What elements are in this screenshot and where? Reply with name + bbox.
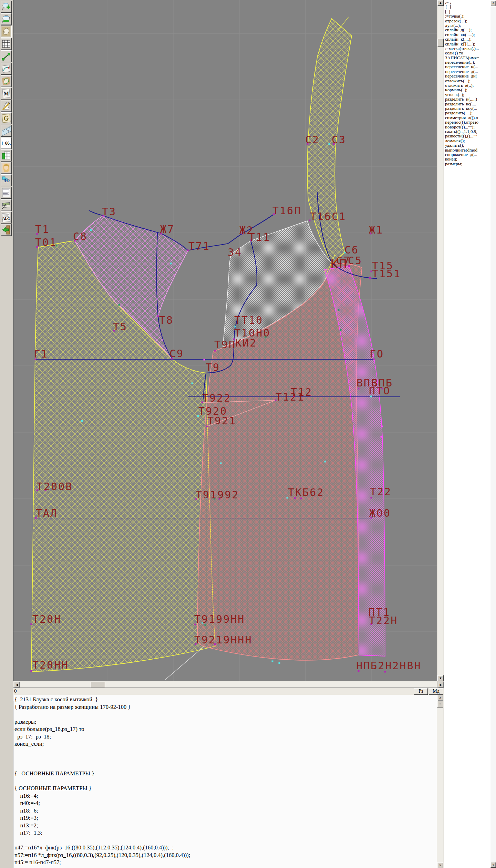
command-item[interactable]: сжать(()..,1.1,0.9, — [444, 129, 490, 134]
command-item[interactable]: симметрия л(().о — [444, 115, 490, 120]
table-icon[interactable] — [1, 149, 12, 162]
md-button[interactable]: Мд — [429, 688, 443, 695]
editor-scroll-down-icon[interactable]: ∨ — [437, 862, 443, 868]
portrait-icon[interactable] — [1, 162, 12, 174]
front-piece[interactable] — [197, 263, 362, 660]
command-item[interactable]: развести((),()..,"" — [444, 134, 490, 138]
panel-vscrollbar[interactable]: ∧ ∨ — [490, 0, 496, 868]
command-item[interactable]: := ; — [444, 0, 490, 4]
canvas-vscrollbar[interactable]: ▲ ▼ — [437, 0, 444, 681]
command-item[interactable]: разделить(....); — [444, 111, 490, 115]
command-item[interactable]: ЗАПИСАТЬ(имя= — [444, 55, 490, 60]
canvas-scroll-up-icon[interactable]: ▲ — [437, 0, 444, 6]
command-item[interactable]: перенос(().отрезо — [444, 120, 490, 124]
editor-vscrollbar[interactable]: ∧ ≡ ∨ — [437, 694, 444, 868]
command-item[interactable]: конец; — [444, 157, 490, 161]
grid-icon[interactable] — [1, 38, 12, 50]
command-item[interactable]: дуга(...); — [444, 23, 490, 28]
command-item[interactable]: сплайн д(....); — [444, 28, 490, 32]
point-marker — [206, 426, 208, 427]
point-marker — [371, 517, 372, 519]
i66-label-icon[interactable]: i_66. — [1, 137, 12, 149]
editor-scroll-up-icon[interactable]: ∧ — [437, 695, 443, 701]
point-marker — [287, 497, 288, 499]
m-document-icon[interactable]: M — [1, 87, 12, 100]
books-icon[interactable] — [1, 199, 12, 211]
rz-button[interactable]: Рз — [414, 688, 428, 695]
canvas-scroll-right-icon[interactable]: ▶ — [438, 682, 444, 688]
canvas-vscroll-thumb[interactable] — [437, 39, 444, 47]
command-item[interactable]: разделить кс(.... — [444, 102, 490, 106]
alg-icon[interactable]: ALG — [1, 211, 12, 224]
point-marker — [35, 517, 37, 519]
command-item[interactable]: сплайн к∏(....); — [444, 42, 490, 46]
editor-line: { 2131 Блузка с косой вытачкой } — [14, 696, 98, 703]
point-marker — [324, 461, 326, 463]
point-marker — [214, 643, 216, 645]
zoom-in-icon[interactable] — [1, 1, 12, 13]
command-item[interactable]: отложить(...); — [444, 79, 490, 83]
point-marker — [250, 240, 252, 241]
panel-scroll-down-icon[interactable]: ∨ — [490, 862, 496, 868]
point-marker — [170, 263, 172, 265]
command-item[interactable]: :=точка(.); — [444, 14, 490, 18]
canvas-scroll-left-icon[interactable]: ◀ — [14, 682, 20, 688]
editor-vscroll-thumb[interactable]: ≡ — [437, 701, 443, 707]
command-item[interactable]: размеры; — [444, 162, 490, 166]
point-marker — [37, 233, 38, 235]
drafting-tools-icon[interactable] — [1, 100, 12, 112]
command-item[interactable]: сплайн кк(.....); — [444, 32, 490, 37]
ruler-icon[interactable]: 8 — [1, 125, 12, 137]
canvas-hscrollbar[interactable]: ◀ — [13, 681, 437, 688]
threed-icon[interactable]: 3D — [1, 174, 12, 186]
point-marker — [118, 304, 120, 306]
point-marker — [381, 436, 382, 438]
command-item[interactable]: удалить(); — [444, 143, 490, 147]
command-item[interactable]: разделить ксу(... — [444, 106, 490, 111]
command-item[interactable]: отрезок( . ); — [444, 19, 490, 23]
g-document-icon[interactable]: G — [1, 112, 12, 124]
point-marker — [242, 233, 244, 235]
spline-page-icon[interactable] — [1, 63, 12, 75]
collar-strip-piece[interactable] — [307, 19, 352, 264]
command-item[interactable]: :=метка(точка(.)... — [444, 46, 490, 51]
panel-scroll-up-icon[interactable]: ∧ — [490, 0, 496, 6]
command-item[interactable]: сопряжение д(... — [444, 152, 490, 157]
zoom-view-icon[interactable] — [1, 13, 12, 25]
command-item[interactable]: поворот(()...""); — [444, 125, 490, 129]
text-list-icon[interactable] — [1, 187, 12, 199]
command-item[interactable]: пересечение д(... — [444, 69, 490, 74]
command-item[interactable]: выполнить(dmod — [444, 148, 490, 152]
canvas-hscroll-thumb[interactable] — [91, 682, 105, 688]
command-item[interactable]: пересечение(..); — [444, 60, 490, 64]
point-marker — [371, 623, 372, 625]
point-marker — [358, 670, 360, 672]
drawing-canvas[interactable]: С2С3Т3Т1Т01С8Ж7Т71Ж2Т11З4Т16ПТ16С1Ж1С6С7… — [13, 0, 437, 681]
layout-page-icon[interactable] — [1, 75, 12, 87]
command-item[interactable]: сплайн к(....); — [444, 37, 490, 41]
command-item[interactable]: нормаль(..); — [444, 87, 490, 92]
command-item[interactable]: ломаная(); — [444, 138, 490, 143]
command-item[interactable]: отложить в(..); — [444, 83, 490, 87]
point-marker — [56, 245, 58, 247]
point-marker — [103, 215, 104, 217]
command-item[interactable]: [ ] — [444, 9, 490, 14]
command-item[interactable]: если () то — [444, 51, 490, 55]
command-item[interactable]: угол к(..); — [444, 92, 490, 97]
editor-line: размеры; — [14, 718, 37, 726]
editor-line: п18:=6; — [14, 807, 38, 815]
point-marker — [369, 277, 371, 279]
point-marker — [45, 489, 46, 491]
command-item[interactable]: { } — [444, 4, 490, 9]
code-editor[interactable]: { 2131 Блузка с косой вытачкой }{ Разраб… — [13, 694, 437, 868]
command-panel: := ;{ }[ ]:=точка(.);отрезок( . );дуга(.… — [444, 0, 490, 868]
command-item[interactable]: пересечение н(... — [444, 64, 490, 69]
canvas-scroll-down-icon[interactable]: ▼ — [437, 675, 444, 681]
exit-icon[interactable] — [1, 224, 12, 236]
command-item[interactable]: пересечение дн( — [444, 74, 490, 78]
point-marker — [233, 339, 235, 340]
command-item[interactable]: разделить н(.....) — [444, 97, 490, 101]
editor-line: конец_если; — [14, 740, 44, 748]
segment-icon[interactable] — [1, 50, 12, 62]
pattern-piece-icon[interactable] — [1, 25, 12, 38]
